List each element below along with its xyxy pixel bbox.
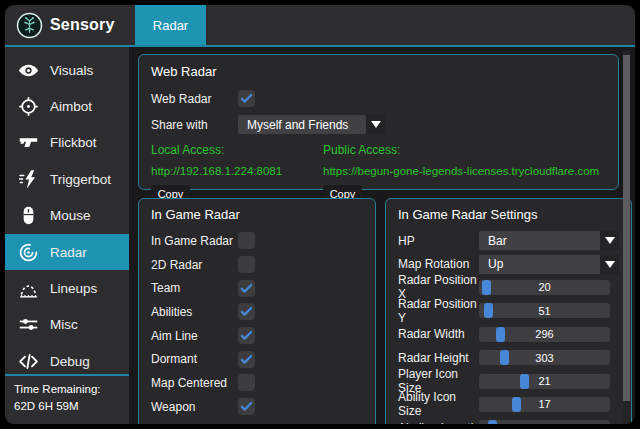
code-icon — [18, 351, 39, 372]
sidebar-item-label: Lineups — [50, 281, 97, 296]
radar-position-y-slider[interactable]: 51 — [479, 303, 610, 318]
setting-label: Radar Height — [398, 351, 479, 365]
in-game-radar-settings-panel: In Game Radar Settings HPBarMap Rotation… — [385, 198, 632, 424]
sidebar-item-visuals[interactable]: Visuals — [5, 52, 129, 88]
trigger-bolt-icon — [18, 169, 39, 190]
radar-icon — [18, 242, 39, 263]
app-window: Sensory VisualsAimbotFlickbotTriggerbotM… — [5, 5, 635, 424]
web-radar-checkbox[interactable] — [238, 90, 255, 107]
dormant-checkbox[interactable] — [238, 351, 255, 368]
2d-radar-checkbox[interactable] — [238, 256, 255, 273]
scrollbar-thumb[interactable] — [623, 55, 630, 401]
sidebar-item-label: Misc — [50, 317, 78, 332]
public-access-url: https://begun-gone-legends-licenses.tryc… — [323, 165, 606, 177]
slider-value: 17 — [479, 397, 610, 412]
checkbox-row-in-game-radar: In Game Radar — [151, 229, 363, 253]
slider-row-ability-icon-size: Ability Icon Size17 — [398, 393, 619, 416]
setting-label: Map Rotation — [398, 257, 479, 271]
aimline-length-slider[interactable] — [479, 420, 610, 424]
web-radar-panel: Web Radar Web Radar Share with Myself an… — [138, 54, 619, 190]
checkbox-label: In Game Radar — [151, 234, 238, 248]
sidebar-item-triggerbot[interactable]: Triggerbot — [5, 161, 129, 197]
sidebar-item-flickbot[interactable]: Flickbot — [5, 125, 129, 161]
slider-value: 20 — [479, 280, 610, 295]
checkbox-label: Dormant — [151, 352, 238, 366]
aim-line-checkbox[interactable] — [238, 327, 255, 344]
chevron-down-icon[interactable] — [600, 231, 619, 250]
web-radar-toggle-label: Web Radar — [151, 92, 238, 106]
checkbox-row-weapon: Weapon — [151, 395, 363, 419]
sidebar-item-label: Debug — [50, 354, 90, 369]
sidebar: Sensory VisualsAimbotFlickbotTriggerbotM… — [5, 5, 129, 424]
ability-icon-size-slider[interactable]: 17 — [479, 397, 610, 412]
app-title: Sensory — [50, 16, 115, 34]
radar-position-x-slider[interactable]: 20 — [479, 280, 610, 295]
sidebar-item-misc[interactable]: Misc — [5, 307, 129, 343]
time-remaining-value: 62D 6H 59M — [14, 398, 120, 415]
checkbox-row-dormant: Dormant — [151, 347, 363, 371]
main-area: Radar Web Radar Web Radar Share with Mys… — [129, 5, 635, 424]
setting-label: Radar Width — [398, 327, 479, 341]
radar-height-slider[interactable]: 303 — [479, 350, 610, 365]
share-with-row: Share with Myself and Friends — [151, 111, 606, 138]
time-remaining: Time Remaining: 62D 6H 59M — [5, 374, 129, 424]
checkbox-row-team: Team — [151, 276, 363, 300]
eye-icon — [18, 60, 39, 81]
setting-label: HP — [398, 234, 479, 248]
sidebar-item-radar[interactable]: Radar — [5, 234, 129, 270]
chevron-down-icon[interactable] — [600, 255, 619, 274]
sliders-icon — [18, 314, 39, 335]
checkbox-label: 2D Radar — [151, 258, 238, 272]
checkbox-row-2d-radar: 2D Radar — [151, 253, 363, 277]
in-game-radar-title: In Game Radar — [151, 207, 363, 222]
player-icon-size-slider[interactable]: 21 — [479, 374, 610, 389]
sidebar-item-aimbot[interactable]: Aimbot — [5, 88, 129, 124]
checkbox-label: Team — [151, 281, 238, 295]
radar-width-slider[interactable]: 296 — [479, 327, 610, 342]
team-checkbox[interactable] — [238, 280, 255, 297]
local-access-url: http://192.168.1.224:8081 — [151, 165, 323, 177]
crosshair-icon — [18, 96, 39, 117]
hp-dropdown[interactable]: Bar — [479, 231, 619, 250]
sidebar-item-label: Flickbot — [50, 135, 97, 150]
checkbox-label: Map Centered — [151, 376, 238, 390]
public-access-label: Public Access: — [323, 143, 606, 157]
tab-label: Radar — [153, 18, 188, 33]
setting-label: Radar Position Y — [398, 297, 479, 325]
sidebar-item-debug[interactable]: Debug — [5, 343, 129, 374]
in-game-radar-checkbox[interactable] — [238, 232, 255, 249]
setting-label: Aimline Length — [398, 421, 479, 424]
public-access-column: Public Access: https://begun-gone-legend… — [323, 143, 606, 202]
mouse-icon — [18, 205, 39, 226]
abilities-checkbox[interactable] — [238, 303, 255, 320]
vertical-scrollbar[interactable] — [623, 51, 630, 423]
slider-row-radar-height: Radar Height303 — [398, 346, 619, 369]
sidebar-item-mouse[interactable]: Mouse — [5, 198, 129, 234]
sidebar-item-lineups[interactable]: Lineups — [5, 270, 129, 306]
local-access-column: Local Access: http://192.168.1.224:8081 … — [151, 143, 323, 202]
sidebar-header: Sensory — [5, 5, 129, 47]
checkbox-label: Aim Line — [151, 329, 238, 343]
map-rotation-dropdown[interactable]: Up — [479, 255, 619, 274]
map-centered-checkbox[interactable] — [238, 374, 255, 391]
sidebar-nav: VisualsAimbotFlickbotTriggerbotMouseRada… — [5, 47, 129, 374]
slider-value: 303 — [479, 350, 610, 365]
chevron-down-icon[interactable] — [366, 115, 385, 134]
dropdown-row-map-rotation: Map RotationUp — [398, 252, 619, 275]
slider-row-radar-position-y: Radar Position Y51 — [398, 299, 619, 322]
sidebar-item-label: Visuals — [50, 63, 93, 78]
dropdown-value: Up — [479, 255, 600, 274]
in-game-radar-panel: In Game Radar In Game Radar2D RadarTeamA… — [138, 198, 376, 424]
checkbox-row-abilities: Abilities — [151, 300, 363, 324]
tab-radar[interactable]: Radar — [135, 5, 206, 45]
slider-value: 21 — [479, 374, 610, 389]
weapon-checkbox[interactable] — [238, 398, 255, 415]
share-with-dropdown[interactable]: Myself and Friends — [238, 115, 385, 134]
brain-circuit-icon — [16, 12, 43, 39]
dropdown-row-hp: HPBar — [398, 229, 619, 252]
content-area: Web Radar Web Radar Share with Myself an… — [129, 47, 635, 424]
access-section: Local Access: http://192.168.1.224:8081 … — [151, 143, 606, 202]
share-with-value: Myself and Friends — [238, 115, 366, 134]
sidebar-item-label: Radar — [50, 245, 87, 260]
time-remaining-label: Time Remaining: — [14, 381, 120, 398]
